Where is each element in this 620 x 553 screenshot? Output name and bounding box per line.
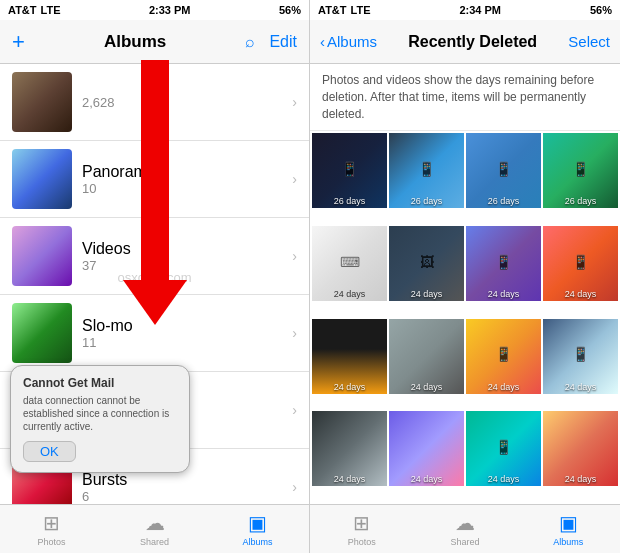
chevron-icon-slomo: ›	[292, 325, 297, 341]
days-label-4: 26 days	[543, 196, 618, 206]
tab-photos[interactable]: ⊞ Photos	[0, 511, 103, 547]
album-count-top: 2,628	[82, 95, 282, 110]
select-button[interactable]: Select	[568, 33, 610, 50]
album-name-slomo: Slo-mo	[82, 317, 282, 335]
search-button[interactable]: ⌕	[245, 33, 255, 51]
left-navbar: + Albums ⌕ Edit	[0, 20, 309, 64]
photo-cell-12[interactable]: 📱 24 days	[543, 319, 618, 394]
r-carrier-label: AT&T	[318, 4, 347, 16]
photo-icon-2: 📱	[418, 161, 435, 177]
album-thumb-panoramas	[12, 149, 72, 209]
photo-icon-8: 📱	[572, 254, 589, 270]
album-count-videos: 37	[82, 258, 282, 273]
chevron-icon-top: ›	[292, 94, 297, 110]
r-shared-tab-label: Shared	[450, 537, 479, 547]
photo-cell-13[interactable]: 24 days	[312, 411, 387, 486]
back-label: Albums	[327, 33, 377, 50]
tab-shared[interactable]: ☁ Shared	[103, 511, 206, 547]
edit-button[interactable]: Edit	[269, 33, 297, 51]
days-label-7: 24 days	[466, 289, 541, 299]
photo-cell-14[interactable]: 24 days	[389, 411, 464, 486]
right-panel: AT&T LTE 2:34 PM 56% ‹ Albums Recently D…	[310, 0, 620, 553]
album-info-top: 2,628	[82, 95, 282, 110]
left-status-bar: AT&T LTE 2:33 PM 56%	[0, 0, 309, 20]
days-label-11: 24 days	[466, 382, 541, 392]
chevron-icon-videos: ›	[292, 248, 297, 264]
right-tab-bar: ⊞ Photos ☁ Shared ▣ Albums	[310, 504, 620, 553]
days-label-2: 26 days	[389, 196, 464, 206]
r-albums-tab-icon: ▣	[559, 511, 578, 535]
album-item-panoramas[interactable]: Panoramas 10 ›	[0, 141, 309, 218]
r-tab-photos[interactable]: ⊞ Photos	[310, 511, 413, 547]
photo-cell-11[interactable]: 📱 24 days	[466, 319, 541, 394]
album-info-videos: Videos 37	[82, 240, 282, 273]
days-label-1: 26 days	[312, 196, 387, 206]
r-photos-tab-label: Photos	[348, 537, 376, 547]
photo-cell-15[interactable]: 📱 24 days	[466, 411, 541, 486]
popup-body: data connection cannot be established si…	[23, 394, 177, 433]
time-label: 2:33 PM	[149, 4, 191, 16]
album-thumb-top	[12, 72, 72, 132]
r-tab-shared[interactable]: ☁ Shared	[413, 511, 516, 547]
photo-cell-10[interactable]: 24 days	[389, 319, 464, 394]
photo-cell-9[interactable]: 24 days	[312, 319, 387, 394]
popup-title: Cannot Get Mail	[23, 376, 177, 390]
photo-grid: 📱 26 days 📱 26 days 📱 26 days 📱 26 days …	[310, 131, 620, 504]
photo-cell-8[interactable]: 📱 24 days	[543, 226, 618, 301]
days-label-6: 24 days	[389, 289, 464, 299]
albums-title: Albums	[104, 32, 166, 52]
popup-ok-button[interactable]: OK	[23, 441, 76, 462]
photo-cell-6[interactable]: 🖼 24 days	[389, 226, 464, 301]
album-name-videos: Videos	[82, 240, 282, 258]
add-button[interactable]: +	[12, 29, 25, 55]
photo-cell-2[interactable]: 📱 26 days	[389, 133, 464, 208]
left-panel: AT&T LTE 2:33 PM 56% + Albums ⌕ Edit osx…	[0, 0, 310, 553]
photos-tab-icon: ⊞	[43, 511, 60, 535]
photo-cell-3[interactable]: 📱 26 days	[466, 133, 541, 208]
r-network-label: LTE	[351, 4, 371, 16]
r-time-label: 2:34 PM	[459, 4, 501, 16]
albums-tab-icon: ▣	[248, 511, 267, 535]
r-status-left: AT&T LTE	[318, 4, 370, 16]
photo-icon-1: 📱	[341, 161, 358, 177]
r-albums-tab-label: Albums	[553, 537, 583, 547]
days-label-9: 24 days	[312, 382, 387, 392]
r-photos-tab-icon: ⊞	[353, 511, 370, 535]
tab-albums[interactable]: ▣ Albums	[206, 511, 309, 547]
days-label-13: 24 days	[312, 474, 387, 484]
right-status-bar: AT&T LTE 2:34 PM 56%	[310, 0, 620, 20]
r-battery-label: 56%	[590, 4, 612, 16]
photo-cell-4[interactable]: 📱 26 days	[543, 133, 618, 208]
left-tab-bar: ⊞ Photos ☁ Shared ▣ Albums	[0, 504, 309, 553]
nav-actions: ⌕ Edit	[245, 33, 297, 51]
days-label-5: 24 days	[312, 289, 387, 299]
album-name-panoramas: Panoramas	[82, 163, 282, 181]
status-right: 56%	[279, 4, 301, 16]
album-item-top[interactable]: 2,628 ›	[0, 64, 309, 141]
photo-cell-5[interactable]: ⌨ 24 days	[312, 226, 387, 301]
album-info-panoramas: Panoramas 10	[82, 163, 282, 196]
photo-icon-4: 📱	[572, 161, 589, 177]
photo-cell-7[interactable]: 📱 24 days	[466, 226, 541, 301]
days-label-10: 24 days	[389, 382, 464, 392]
photos-tab-label: Photos	[37, 537, 65, 547]
r-tab-albums[interactable]: ▣ Albums	[517, 511, 620, 547]
shared-tab-icon: ☁	[145, 511, 165, 535]
shared-tab-label: Shared	[140, 537, 169, 547]
album-item-slomo[interactable]: Slo-mo 11 ›	[0, 295, 309, 372]
album-count-bursts: 6	[82, 489, 282, 504]
album-thumb-videos	[12, 226, 72, 286]
info-text: Photos and videos show the days remainin…	[310, 64, 620, 131]
album-item-videos[interactable]: Videos 37 ›	[0, 218, 309, 295]
album-count-panoramas: 10	[82, 181, 282, 196]
back-button[interactable]: ‹ Albums	[320, 33, 377, 50]
status-left: AT&T LTE	[8, 4, 60, 16]
days-label-3: 26 days	[466, 196, 541, 206]
r-shared-tab-icon: ☁	[455, 511, 475, 535]
cannot-get-mail-popup: Cannot Get Mail data connection cannot b…	[10, 365, 190, 473]
network-label: LTE	[41, 4, 61, 16]
days-label-16: 24 days	[543, 474, 618, 484]
photo-cell-1[interactable]: 📱 26 days	[312, 133, 387, 208]
photo-cell-16[interactable]: 24 days	[543, 411, 618, 486]
album-info-slomo: Slo-mo 11	[82, 317, 282, 350]
